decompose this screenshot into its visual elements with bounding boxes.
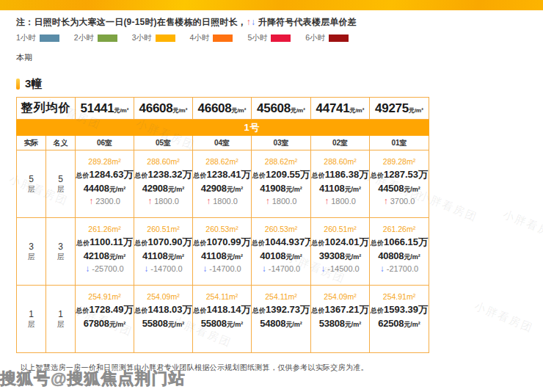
- note-text-before: 日照时长为大寒这一日(9-15时)在售楼栋的日照时长，: [34, 17, 246, 27]
- column-average-row: 整列均价 51441元/m² 46608元/m² 46608元/m² 45608…: [17, 98, 429, 120]
- note-text-after: 升降符号代表楼层单价差: [258, 17, 357, 27]
- diff-value: -25700.0: [92, 264, 123, 273]
- price-cell-3f-06: 261.26m² 总价1100.11万 42108元/m² ↓-25700.0: [76, 218, 134, 286]
- total-label: 总价: [371, 239, 384, 247]
- sunshine-note: 注：日照时长为大寒这一日(9-15时)在售楼栋的日照时长，↑↓ 升降符号代表楼层…: [16, 16, 530, 28]
- legend-swatch-3h: [156, 35, 175, 42]
- top-gradient-banner: [0, 0, 543, 10]
- legend-item: 6小时: [305, 33, 349, 43]
- diff-value: 2300.0: [95, 197, 120, 206]
- diff-value: 3700.0: [390, 197, 415, 206]
- unit-band-row: 1号: [17, 120, 429, 136]
- actual-floor-cell: 1层: [17, 286, 46, 353]
- floor-number: 1: [17, 309, 45, 319]
- unit-suffix: 元/m²: [167, 253, 184, 261]
- total-price: 1070.99万: [207, 236, 251, 247]
- avg-price-cell: 44741元/m²: [311, 98, 370, 120]
- unit-price: 40108: [260, 250, 285, 261]
- floor-number: 5: [17, 174, 45, 184]
- unit-suffix: 元/m²: [168, 186, 185, 193]
- total-price: 1209.55万: [266, 169, 310, 180]
- unit-suffix: 元/m²: [344, 186, 361, 193]
- floor-row-3: 3层 3层 261.26m² 总价1100.11万 42108元/m² ↓-25…: [17, 218, 429, 286]
- total-price: 1066.15万: [384, 236, 428, 247]
- unit-suffix: 元/m²: [227, 186, 244, 193]
- unit-suffix: 元/m²: [168, 321, 185, 328]
- total-price: 1044.937万: [265, 236, 311, 247]
- up-arrow-icon: ↑: [266, 196, 270, 206]
- total-price: 1284.63万: [90, 169, 134, 180]
- unit-price: 40808: [378, 250, 404, 261]
- unit-suffix: 元/m²: [345, 253, 362, 261]
- diff-value: -14700.0: [150, 264, 182, 273]
- unit-price: 54808: [260, 318, 285, 329]
- page-content: 注：日照时长为大寒这一日(9-15时)在售楼栋的日照时长，↑↓ 升降符号代表楼层…: [16, 16, 530, 373]
- total-label: 总价: [312, 239, 325, 247]
- avg-price-value: 51441: [81, 101, 114, 115]
- legend-label: 4小时: [190, 33, 210, 43]
- unit-suffix: 元/m²: [345, 321, 362, 328]
- avg-price-cell: 45608元/m²: [252, 98, 311, 120]
- price-cell-5f-03: 288.62m² 总价1209.55万 41908元/m² ↑1800.0: [252, 150, 311, 218]
- area-text: 288.60m²: [311, 156, 369, 167]
- legend-swatch-2h: [98, 35, 117, 42]
- unit-price: 44408: [84, 183, 109, 194]
- price-cell-1f-03: 254.11m² 总价1392.73万 54808元/m²: [252, 286, 311, 353]
- total-price: 1392.73万: [266, 304, 310, 315]
- price-cell-1f-04: 254.11m² 总价1418.14万 55808元/m²: [193, 286, 252, 353]
- area-text: 289.28m²: [76, 156, 134, 167]
- avg-unit-suffix: 元/m²: [409, 107, 423, 114]
- unit-price: 41108: [319, 183, 344, 194]
- total-price: 1070.90万: [148, 236, 192, 247]
- down-arrow-icon: ↓: [85, 264, 90, 274]
- diff-value: 1800.0: [272, 197, 297, 206]
- diff-value: -21700.0: [387, 264, 418, 273]
- area-text: 260.53m²: [252, 224, 310, 235]
- legend-swatch-6h: [329, 35, 349, 42]
- header-actual: 实际: [17, 136, 46, 150]
- header-room-01: 01室: [370, 136, 429, 150]
- total-label: 总价: [194, 239, 207, 247]
- price-cell-5f-06: 289.28m² 总价1284.63万 44408元/m² ↑2300.0: [76, 150, 134, 218]
- avg-unit-suffix: 元/m²: [114, 107, 128, 114]
- sunshine-legend: 1小时 2小时 3小时 4小时 5小时 6小时: [16, 33, 530, 43]
- diff-value: 1800.0: [213, 197, 238, 206]
- unit-suffix: 元/m²: [227, 321, 244, 328]
- down-arrow-icon: ↓: [262, 264, 266, 274]
- header-room-04: 04室: [193, 136, 252, 150]
- unit-suffix: 元/m²: [109, 321, 126, 328]
- unit-price: 41108: [142, 250, 167, 261]
- sohu-account-watermark: 搜狐号@搜狐焦点荆门站: [0, 368, 185, 390]
- area-text: 260.53m²: [193, 224, 251, 235]
- legend-label: 3小时: [132, 33, 152, 43]
- area-text: 254.11m²: [193, 291, 251, 302]
- down-arrow-icon: ↓: [321, 264, 325, 274]
- unit-price: 42108: [84, 250, 109, 261]
- unit-price: 44508: [378, 183, 404, 194]
- header-nominal: 名义: [46, 136, 76, 150]
- unit-price: 55808: [142, 318, 168, 329]
- note-prefix: 注：: [16, 17, 34, 27]
- total-price: 1238.32万: [148, 169, 192, 180]
- price-cell-1f-06: 254.91m² 总价1728.49万 67808元/m²: [76, 286, 134, 353]
- area-text: 289.28m²: [370, 156, 429, 167]
- header-room-02: 02室: [311, 136, 370, 150]
- section-marker-icon: [16, 79, 20, 90]
- total-price: 1593.39万: [384, 304, 428, 315]
- area-text: 254.91m²: [76, 291, 134, 302]
- unit-band: 1号: [76, 120, 429, 136]
- unit-price: 53808: [319, 318, 345, 329]
- price-cell-3f-04: 260.53m² 总价1070.99万 41108元/m² ↓-14700.0: [193, 218, 252, 286]
- area-text: 260.51m²: [311, 224, 369, 235]
- down-arrow-icon: ↓: [144, 264, 148, 274]
- total-price: 1100.11万: [90, 236, 133, 247]
- header-room-03: 03室: [252, 136, 311, 150]
- floor-suffix: 层: [46, 319, 75, 329]
- legend-label: 2小时: [74, 33, 94, 43]
- avg-price-cell: 46608元/m²: [134, 98, 193, 120]
- unit-suffix: 元/m²: [404, 321, 420, 328]
- avg-unit-suffix: 元/m²: [349, 107, 364, 114]
- diff-value: 1800.0: [331, 197, 356, 206]
- unit-name: 1号: [244, 122, 260, 133]
- unit-price: 41108: [201, 250, 226, 261]
